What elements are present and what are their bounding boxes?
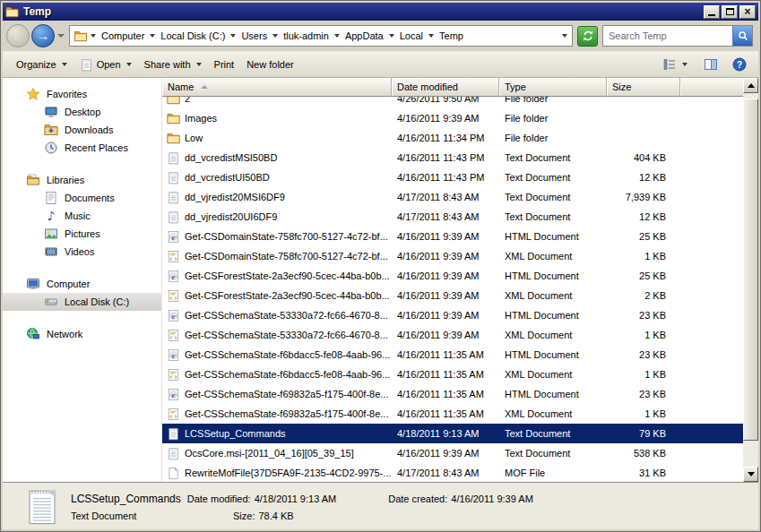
close-button[interactable]: × xyxy=(739,5,756,19)
sidebar-item-downloads[interactable]: Downloads xyxy=(3,121,161,139)
chevron-down-icon xyxy=(196,63,202,66)
html-doc-icon: e xyxy=(167,270,180,283)
table-row[interactable]: dd_vjredist20MSI6DF94/17/2011 8:43 AMTex… xyxy=(162,187,743,207)
file-date-modified: 4/17/2011 8:43 AM xyxy=(392,192,499,202)
share-with-button[interactable]: Share with xyxy=(138,56,208,73)
file-list: Name Date modified Type Size 24/26/2011 … xyxy=(161,78,743,482)
sidebar-item-computer[interactable]: Computer xyxy=(3,275,161,293)
sidebar-item-recent-places[interactable]: Recent Places xyxy=(3,139,161,157)
table-row[interactable]: eGet-CSForestState-2a3ecf90-5cec-44ba-b0… xyxy=(162,266,743,286)
breadcrumb[interactable]: ComputerLocal Disk (C:)Userstluk-adminAp… xyxy=(69,25,573,47)
table-row[interactable]: Low4/16/2011 11:34 PMFile folder xyxy=(162,128,743,148)
chevron-down-icon[interactable] xyxy=(334,34,340,38)
date-modified-value: 4/18/2011 9:13 AM xyxy=(255,493,337,504)
breadcrumb-segment-local-disk-c[interactable]: Local Disk (C:) xyxy=(156,30,229,41)
address-folder-icon xyxy=(74,30,88,43)
sidebar-item-favorites[interactable]: Favorites xyxy=(3,85,161,103)
scroll-up-button[interactable] xyxy=(743,78,758,93)
preview-pane-button[interactable] xyxy=(699,55,722,74)
sidebar-item-desktop[interactable]: Desktop xyxy=(3,103,161,121)
name-header-label: Name xyxy=(168,82,194,92)
open-button[interactable]: Open xyxy=(74,55,138,75)
sidebar-item-documents[interactable]: Documents xyxy=(3,189,161,207)
table-row[interactable]: eGet-CSSchemaState-f6bdacc5-fe08-4aab-96… xyxy=(162,345,743,365)
file-size: 7,939 KB xyxy=(607,192,680,202)
sidebar-item-label: Videos xyxy=(65,246,94,257)
scrollbar-thumb[interactable] xyxy=(743,99,758,441)
sidebar-item-label: Downloads xyxy=(65,124,113,135)
breadcrumb-segment-local[interactable]: Local xyxy=(395,30,428,41)
minimize-button[interactable] xyxy=(704,5,720,19)
sidebar-item-libraries[interactable]: Libraries xyxy=(3,171,161,189)
table-row[interactable]: LCSSetup_Commands4/18/2011 9:13 AMText D… xyxy=(162,424,743,443)
sidebar-item-network[interactable]: Network xyxy=(3,325,161,343)
chevron-down-icon[interactable] xyxy=(150,34,155,38)
chevron-down-icon[interactable] xyxy=(230,34,236,38)
column-header-date-modified[interactable]: Date modified xyxy=(392,78,499,97)
file-name: Low xyxy=(185,133,203,143)
sidebar-item-pictures[interactable]: Pictures xyxy=(3,225,161,243)
table-row[interactable]: dd_vcredistUI50BD4/16/2011 11:43 PMText … xyxy=(162,167,743,187)
maximize-button[interactable] xyxy=(722,5,738,19)
scroll-down-button[interactable] xyxy=(743,467,758,482)
table-row[interactable]: eGet-CSSchemaState-53330a72-fc66-4670-8.… xyxy=(162,305,743,325)
text-doc-icon xyxy=(167,210,180,224)
forward-button[interactable]: → xyxy=(31,24,55,47)
file-type: HTML Document xyxy=(499,270,607,281)
breadcrumb-segment-tluk-admin[interactable]: tluk-admin xyxy=(279,30,333,41)
scrollbar-track[interactable] xyxy=(743,93,758,467)
column-header-size[interactable]: Size xyxy=(607,78,680,97)
organize-button[interactable]: Organize xyxy=(10,56,74,73)
views-button[interactable] xyxy=(658,55,692,74)
preview-pane-icon xyxy=(704,57,718,72)
titlebar[interactable]: Temp × xyxy=(3,3,758,21)
vertical-scrollbar[interactable] xyxy=(743,78,758,482)
table-row[interactable]: Get-CSForestState-2a3ecf90-5cec-44ba-b0b… xyxy=(162,286,743,305)
breadcrumb-segment-appdata[interactable]: AppData xyxy=(341,30,388,41)
refresh-button[interactable] xyxy=(577,26,598,47)
file-size: 31 KB xyxy=(607,468,680,478)
column-header-name[interactable]: Name xyxy=(162,78,392,97)
table-row[interactable]: eGet-CSSchemaState-f69832a5-f175-400f-8e… xyxy=(162,384,743,404)
help-icon: ? xyxy=(732,57,747,72)
sidebar-item-local-disk-c[interactable]: Local Disk (C:) xyxy=(3,293,161,311)
chevron-down-icon[interactable] xyxy=(428,34,434,38)
file-type: Text Document xyxy=(499,428,607,439)
table-row[interactable]: Get-CSSchemaState-f6bdacc5-fe08-4aab-96.… xyxy=(162,365,743,384)
print-button[interactable]: Print xyxy=(208,56,241,73)
file-type: HTML Document xyxy=(499,231,607,242)
table-row[interactable]: Get-CSDomainState-758fc700-5127-4c72-bf.… xyxy=(162,246,743,266)
column-header-type[interactable]: Type xyxy=(499,78,607,97)
table-row[interactable]: Images4/16/2011 9:39 AMFile folder xyxy=(162,108,743,128)
breadcrumb-segment-computer[interactable]: Computer xyxy=(97,30,149,41)
table-row[interactable]: RewriteMofFile{37D5FA9F-2135-4CD2-9975-.… xyxy=(162,463,743,482)
table-row[interactable]: Get-CSSchemaState-f69832a5-f175-400f-8e.… xyxy=(162,404,743,424)
file-type: XML Document xyxy=(499,369,607,380)
sidebar-item-videos[interactable]: Videos xyxy=(3,243,161,261)
breadcrumb-segment-temp[interactable]: Temp xyxy=(435,30,468,41)
search-button[interactable] xyxy=(732,26,752,46)
new-folder-button[interactable]: New folder xyxy=(240,56,300,73)
chevron-down-icon[interactable] xyxy=(91,34,96,38)
table-row[interactable]: dd_vcredistMSI50BD4/16/2011 11:43 PMText… xyxy=(162,148,743,167)
table-row[interactable]: Get-CSSchemaState-53330a72-fc66-4670-8..… xyxy=(162,325,743,345)
help-button[interactable]: ? xyxy=(728,55,751,74)
table-row[interactable]: eGet-CSDomainState-758fc700-5127-4c72-bf… xyxy=(162,227,743,246)
chevron-down-icon[interactable] xyxy=(389,34,394,38)
chevron-down-icon xyxy=(62,63,67,66)
search-input[interactable] xyxy=(603,30,732,41)
table-row[interactable]: dd_vjredist20UI6DF94/17/2011 8:43 AMText… xyxy=(162,207,743,227)
file-size: 12 KB xyxy=(607,211,680,222)
refresh-icon xyxy=(581,29,595,43)
chevron-down-icon[interactable] xyxy=(272,34,278,38)
address-dropdown-icon[interactable] xyxy=(562,34,567,38)
recent-pages-dropdown-icon[interactable] xyxy=(57,34,65,38)
file-type: MOF File xyxy=(499,468,607,478)
sidebar-item-music[interactable]: ♪Music xyxy=(3,207,161,225)
table-row[interactable]: OcsCore.msi-[2011_04_16][05_39_15]4/16/2… xyxy=(162,443,743,463)
back-button[interactable]: ← xyxy=(6,24,30,47)
file-rows-viewport: 24/26/2011 9:50 AMFile folderImages4/16/… xyxy=(162,97,743,482)
table-row[interactable]: 24/26/2011 9:50 AMFile folder xyxy=(162,97,743,108)
breadcrumb-segment-users[interactable]: Users xyxy=(237,30,272,41)
scroll-up-icon xyxy=(748,83,755,88)
